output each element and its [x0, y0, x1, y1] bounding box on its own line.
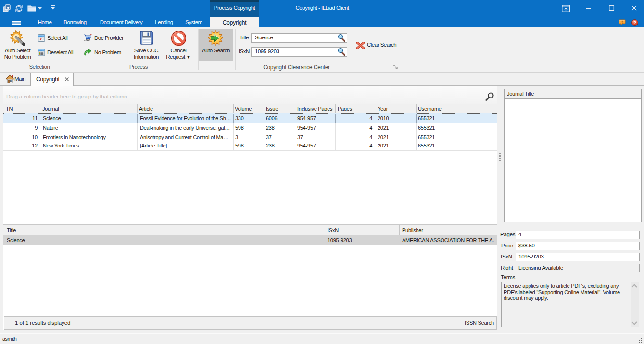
svg-text:?: ? — [633, 20, 636, 25]
